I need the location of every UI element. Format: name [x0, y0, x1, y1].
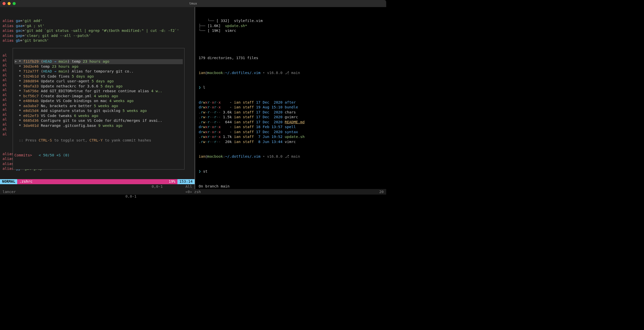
titlebar: tmux	[0, 0, 386, 7]
fzf-commits-popup[interactable]: > * f11fb29 (HEAD → main) temp 23 hours …	[13, 48, 185, 170]
alias-line: alias ga='git add'	[0, 18, 195, 23]
minimize-icon[interactable]	[8, 2, 11, 5]
shell-prompt: ian@macbook:~/.dotfiles/.vim • v16.8.0 ⎇…	[196, 70, 386, 76]
commit-row[interactable]: * 6685d36 Configure git to use VS Code f…	[14, 118, 183, 123]
git-on-branch: On branch main	[196, 184, 386, 189]
traffic-lights	[3, 2, 16, 5]
popup-prompt[interactable]: Commits> < 50/50 +S (0)	[14, 153, 183, 158]
alias-line: alias gaa='gA ; st'	[0, 23, 195, 29]
ls-row: drwxr-xr-x - ian staff 17 Dec 2020 synta…	[196, 130, 386, 135]
ls-row: .rwxr-xr-x 1.7k ian staff 7 Jun 19:52 up…	[196, 134, 386, 139]
alias-line: alias gb='git branch'	[0, 38, 195, 43]
vim-pane[interactable]: alias ga='git add'alias gaa='gA ; st'ali…	[0, 7, 195, 189]
shell-prompt: ian@macbook:~/.dotfiles/.vim • v16.8.0 ⎇…	[196, 154, 386, 159]
commit-row[interactable]: * 712a77f (HEAD → main) Alias for tempor…	[14, 69, 183, 74]
commit-row[interactable]: * 3da401d Rearrange .gitconfig.base 9 we…	[14, 123, 183, 128]
ls-row: .rw-r--r-- 1.5k ian staff 17 Dec 2020 gv…	[196, 115, 386, 120]
command-l: ❯ l	[196, 85, 386, 90]
alias-line: alias gac='git add `git status -uall | e…	[0, 28, 195, 33]
vim-filename: .zshrc	[17, 179, 167, 184]
shell-pane[interactable]: └── [ 332] stylefile.vim├── [1.6K] updat…	[195, 7, 386, 189]
ls-row: drwxr-xr-x - ian staff 19 Aug 15:10 bund…	[196, 105, 386, 110]
alias-line: alias gap='clear; git add --all --patch'	[0, 33, 195, 38]
commit-row[interactable]: * 288d894 Update curl user-agent 5 days …	[14, 79, 183, 84]
tree-row: └── [ 19K] vimrc	[196, 28, 386, 33]
vim-position: 153:14	[177, 179, 195, 184]
window-title: tmux	[189, 1, 197, 6]
ls-row: drwxr-xr-x - ian staff 17 Dec 2020 after	[196, 100, 386, 105]
maximize-icon[interactable]	[13, 2, 16, 5]
commit-row[interactable]: * aa3aba7 No, brackets are better 5 week…	[14, 104, 183, 109]
ls-row: .rw-r--r-- 644 ian staff 17 Dec 2020 REA…	[196, 120, 386, 125]
commit-row[interactable]: > * f11fb29 (HEAD → main) temp 23 hours …	[14, 59, 183, 64]
tree-summary: 179 directories, 1731 files	[196, 56, 386, 61]
commit-row[interactable]: * e012ef3 VS Code tweaks 6 weeks ago	[14, 113, 183, 119]
vim-percent: 19%	[167, 179, 177, 184]
tree-row: ├── [1.6K] update.sh*	[196, 23, 386, 29]
popup-hint: :: Press CTRL-S to toggle sort, CTRL-Y t…	[14, 138, 183, 143]
ls-row: .rw-r--r-- 3.6k ian staff 17 Dec 2020 ch…	[196, 110, 386, 115]
commit-row[interactable]: * bcf56c7 Create docker-image.yml 4 week…	[14, 94, 183, 99]
commit-row[interactable]: * 98afa33 Update nethackrc for 3.6.6 5 d…	[14, 84, 183, 89]
commit-row[interactable]: * e4804ab Update VS Code bindings on mac…	[14, 99, 183, 104]
commit-row[interactable]: * 7a6756e Add GIT_EDITOR=true for git re…	[14, 89, 183, 94]
tree-row: └── [ 332] stylefile.vim	[196, 18, 386, 23]
command-st: ❯ st	[196, 169, 386, 174]
vim-mode: NORMAL	[0, 179, 17, 184]
commit-row[interactable]: * 30d3e46 temp 23 hours ago	[14, 64, 183, 69]
tmux-right: 20	[201, 190, 384, 194]
commit-row[interactable]: * e8d15d4 Add signature status to git qu…	[14, 108, 183, 113]
vim-statusbar: NORMAL .zshrc 19% 153:14	[0, 179, 195, 184]
ls-row: .rw-r--r-- 20k ian staff 8 Jun 13:44 vim…	[196, 139, 386, 145]
close-icon[interactable]	[3, 2, 6, 5]
ls-row: drwxr-xr-x - ian staff 18 Feb 13:57 spel…	[196, 125, 386, 130]
commit-row[interactable]: * 5324b1d VS Code fixes 5 days ago	[14, 74, 183, 79]
